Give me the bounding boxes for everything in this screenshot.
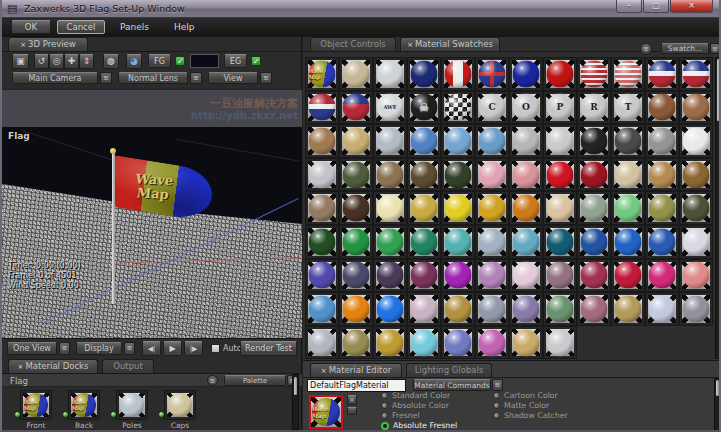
menu-help[interactable]: Help bbox=[174, 22, 195, 32]
fg-button[interactable]: FG bbox=[148, 54, 171, 68]
remove-material-button[interactable]: × bbox=[347, 395, 357, 405]
camera-select[interactable]: Main Camera bbox=[12, 72, 98, 84]
material-swatch[interactable] bbox=[305, 191, 339, 225]
fg-checkbox[interactable]: ✓ bbox=[175, 56, 185, 66]
dock-slot-poles[interactable]: Poles bbox=[116, 390, 148, 420]
option-matte-color[interactable]: Matte Color bbox=[493, 401, 568, 411]
material-swatch[interactable] bbox=[679, 124, 713, 158]
editor-scrollbar[interactable] bbox=[714, 378, 721, 431]
material-swatch[interactable] bbox=[645, 124, 679, 158]
material-swatch[interactable] bbox=[543, 225, 577, 259]
material-swatch[interactable] bbox=[339, 225, 373, 259]
party-swatch[interactable] bbox=[645, 57, 679, 91]
material-swatch[interactable] bbox=[679, 225, 713, 259]
material-swatch[interactable] bbox=[543, 292, 577, 326]
tab-lighting-globals[interactable]: Lighting Globals bbox=[406, 363, 492, 377]
party-swatch[interactable] bbox=[305, 91, 339, 125]
close-button[interactable]: × bbox=[670, 0, 713, 13]
maximize-button[interactable]: □ bbox=[643, 0, 669, 13]
auto-render-checkbox[interactable] bbox=[211, 344, 220, 353]
material-swatch[interactable] bbox=[475, 158, 509, 192]
slot-active-indicator[interactable] bbox=[14, 411, 21, 418]
material-swatch[interactable] bbox=[543, 124, 577, 158]
material-swatch[interactable] bbox=[305, 124, 339, 158]
render-test-button[interactable]: Render Test bbox=[240, 341, 297, 356]
render-ball-icon[interactable]: ◕ bbox=[126, 54, 142, 69]
material-swatch[interactable] bbox=[645, 259, 679, 293]
material-swatch[interactable] bbox=[441, 292, 475, 326]
lens-select[interactable]: Normal Lens bbox=[118, 72, 188, 84]
material-swatch[interactable] bbox=[407, 259, 441, 293]
wave-map-swatch[interactable]: Wave Map bbox=[305, 57, 339, 91]
skull-swatch[interactable]: ☠ bbox=[407, 91, 441, 125]
material-swatch[interactable] bbox=[441, 158, 475, 192]
swatch-command-select[interactable]: Swatch... bbox=[661, 43, 709, 54]
material-swatch[interactable] bbox=[679, 91, 713, 125]
material-swatch[interactable] bbox=[645, 91, 679, 125]
eg-button[interactable]: EG bbox=[224, 54, 247, 68]
material-swatch[interactable] bbox=[475, 191, 509, 225]
menu-panels[interactable]: Panels bbox=[120, 22, 149, 32]
dock-menu-icon[interactable]: ≡ bbox=[207, 375, 218, 386]
slot-active-indicator[interactable] bbox=[110, 411, 117, 418]
material-commands-stepper[interactable]: ≡ bbox=[492, 379, 503, 391]
slot-active-indicator[interactable] bbox=[62, 411, 69, 418]
material-swatch[interactable] bbox=[441, 259, 475, 293]
material-swatch[interactable] bbox=[679, 292, 713, 326]
material-swatch[interactable] bbox=[509, 292, 543, 326]
dock-slot-back[interactable]: Wave MapBack bbox=[68, 390, 100, 420]
material-swatch[interactable] bbox=[441, 191, 475, 225]
material-swatch[interactable] bbox=[611, 191, 645, 225]
display-select[interactable]: Display bbox=[76, 342, 122, 355]
material-swatch[interactable] bbox=[339, 124, 373, 158]
us-flag-swatch[interactable] bbox=[577, 57, 611, 91]
option-fresnel[interactable]: Fresnel bbox=[381, 411, 457, 421]
material-swatch[interactable] bbox=[407, 191, 441, 225]
slot-active-indicator[interactable] bbox=[158, 411, 165, 418]
material-swatch[interactable] bbox=[305, 292, 339, 326]
awe-logo-swatch[interactable]: AWE bbox=[373, 91, 407, 125]
material-swatch[interactable] bbox=[577, 259, 611, 293]
ok-button[interactable]: OK bbox=[11, 20, 51, 34]
material-swatch[interactable] bbox=[441, 124, 475, 158]
material-swatch[interactable] bbox=[373, 191, 407, 225]
material-swatch[interactable] bbox=[577, 225, 611, 259]
orbit-tool-icon[interactable]: ◎ bbox=[49, 54, 64, 69]
tab-output[interactable]: Output bbox=[102, 359, 154, 373]
material-swatch[interactable] bbox=[645, 191, 679, 225]
material-swatch[interactable] bbox=[339, 326, 373, 359]
scroll-thumb[interactable] bbox=[717, 59, 720, 121]
swatch-menu-icon[interactable]: ≡ bbox=[640, 43, 652, 55]
material-swatch[interactable] bbox=[577, 191, 611, 225]
option-standard-color[interactable]: Standard Color bbox=[381, 391, 457, 401]
option-absolute-fresnel[interactable]: Absolute Fresnel bbox=[381, 421, 457, 431]
swatch-scrollbar[interactable] bbox=[715, 57, 721, 359]
view-select[interactable]: View bbox=[208, 72, 258, 84]
material-swatch[interactable] bbox=[509, 259, 543, 293]
material-swatch[interactable]: R bbox=[577, 91, 611, 125]
view-mode-select[interactable]: One View bbox=[7, 342, 57, 355]
material-swatch[interactable] bbox=[611, 259, 645, 293]
material-swatch[interactable] bbox=[679, 158, 713, 192]
scroll-thumb[interactable] bbox=[294, 377, 297, 395]
dock-slot-front[interactable]: Wave MapFront bbox=[20, 390, 52, 420]
material-swatch[interactable] bbox=[475, 326, 509, 359]
view-mode-stepper[interactable]: ≡ bbox=[59, 342, 70, 355]
material-swatch[interactable] bbox=[339, 191, 373, 225]
material-swatch[interactable] bbox=[543, 326, 577, 359]
canada-flag-swatch[interactable] bbox=[441, 57, 475, 91]
australia-flag-swatch[interactable] bbox=[407, 57, 441, 91]
checker-swatch[interactable] bbox=[441, 91, 475, 125]
material-swatch[interactable] bbox=[339, 57, 373, 91]
option-shadow-catcher[interactable]: Shadow Catcher bbox=[493, 411, 568, 421]
material-swatch[interactable] bbox=[509, 191, 543, 225]
material-swatch[interactable] bbox=[577, 292, 611, 326]
tab-3d-preview[interactable]: ×3D Preview bbox=[8, 37, 88, 51]
material-swatch[interactable] bbox=[509, 225, 543, 259]
tab-material-docks[interactable]: ×Material Docks bbox=[8, 359, 98, 373]
eu-flag-swatch[interactable] bbox=[509, 57, 543, 91]
material-swatch[interactable] bbox=[645, 292, 679, 326]
material-swatch[interactable] bbox=[441, 326, 475, 359]
material-swatch[interactable] bbox=[543, 57, 577, 91]
option-absolute-color[interactable]: Absolute Color bbox=[381, 401, 457, 411]
